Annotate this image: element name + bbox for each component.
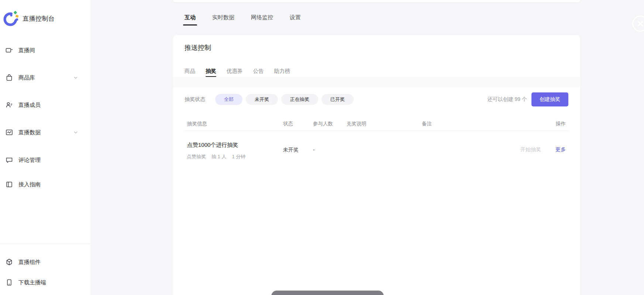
scrolled-card-edge: [173, 0, 580, 3]
close-icon: [637, 20, 644, 27]
app-title: 直播控制台: [23, 14, 55, 23]
tab-products[interactable]: 商品: [185, 66, 195, 76]
cube-icon: [5, 258, 13, 266]
phone-icon: [5, 278, 13, 286]
sidebar-item-label: 商品库: [18, 74, 35, 81]
guide-icon: [5, 180, 13, 189]
lottery-meta: 点赞抽奖 抽 1 人 1 分钟: [187, 153, 245, 160]
main-tabs: 互动 实时数据 网络监控 设置: [185, 14, 301, 26]
lottery-title: 点赞1000个进行抽奖: [187, 142, 238, 149]
filter-pill-not-drawn[interactable]: 未开奖: [246, 94, 278, 105]
sidebar-item-label: 下载主播端: [18, 279, 46, 286]
sidebar-item-label: 直播组件: [18, 259, 41, 266]
tab-coupons[interactable]: 优惠券: [227, 66, 243, 76]
tab-realtime-data[interactable]: 实时数据: [212, 14, 234, 26]
sidebar-item-live-room[interactable]: 直播间: [0, 43, 90, 58]
quota-remaining-text: 还可以创建 99 个: [488, 96, 527, 103]
sidebar-item-label: 接入指南: [18, 181, 41, 188]
chart-icon: [5, 128, 13, 136]
tab-interaction[interactable]: 互动: [185, 14, 196, 26]
filter-pill-drawing[interactable]: 正在抽奖: [281, 94, 318, 105]
sidebar-item-label: 直播间: [18, 47, 35, 54]
column-lottery-info: 抽奖信息: [187, 121, 207, 127]
comment-icon: [5, 156, 13, 164]
sidebar-item-label: 评论管理: [18, 157, 41, 164]
sidebar-item-access-guide[interactable]: 接入指南: [0, 177, 90, 192]
tab-announcement[interactable]: 公告: [253, 66, 264, 76]
start-lottery-action[interactable]: 开始抽奖: [520, 146, 541, 153]
filter-pill-drawn[interactable]: 已开奖: [321, 94, 354, 105]
tab-network-monitor[interactable]: 网络监控: [251, 14, 273, 26]
sidebar-item-label: 直播数据: [18, 129, 41, 136]
sidebar-item-download-broadcaster[interactable]: 下载主播端: [0, 275, 90, 290]
table-header: 抽奖信息 状态 参与人数 兑奖说明 备注 操作: [173, 121, 580, 128]
more-action[interactable]: 更多: [555, 146, 566, 153]
status-value: 未开奖: [283, 147, 299, 153]
column-status: 状态: [283, 121, 293, 127]
lottery-winner-count: 抽 1 人: [211, 153, 226, 160]
lottery-status-filter: 抽奖状态 全部 未开奖 正在抽奖 已开奖 还可以创建 99 个 创建抽奖: [185, 92, 568, 106]
tab-boost-ranking[interactable]: 助力榜: [274, 66, 290, 76]
subtab-band: [173, 77, 580, 87]
filter-label: 抽奖状态: [185, 96, 205, 103]
tab-lottery[interactable]: 抽奖: [206, 66, 216, 76]
table-header-divider: [185, 130, 569, 131]
chevron-down-icon[interactable]: [73, 75, 78, 80]
app-logo-icon: [3, 10, 19, 27]
app-logo: 直播控制台: [3, 10, 55, 27]
sidebar-item-live-components[interactable]: 直播组件: [0, 255, 90, 269]
lottery-type: 点赞抽奖: [187, 153, 206, 160]
sidebar-item-label: 直播成员: [18, 102, 41, 109]
column-note: 备注: [422, 121, 432, 127]
create-lottery-button[interactable]: 创建抽奖: [531, 92, 568, 106]
sidebar-item-comment-management[interactable]: 评论管理: [0, 153, 90, 167]
column-participants: 参与人数: [313, 121, 333, 127]
lottery-duration: 1 分钟: [232, 153, 245, 160]
sidebar-divider: [0, 244, 90, 244]
bottom-toast: [271, 291, 384, 295]
bag-icon: [5, 74, 13, 82]
column-redeem-info: 兑奖说明: [347, 121, 366, 127]
chevron-down-icon[interactable]: [73, 130, 78, 135]
camera-icon: [5, 46, 13, 54]
push-control-panel: 推送控制 商品 抽奖 优惠券 公告 助力榜 抽奖状态 全部 未开奖 正在抽奖 已…: [173, 35, 580, 295]
column-actions: 操作: [556, 121, 566, 127]
sidebar-item-product-library[interactable]: 商品库: [0, 70, 90, 85]
filter-pill-all[interactable]: 全部: [215, 94, 242, 105]
sidebar-item-live-members[interactable]: 直播成员: [0, 98, 90, 112]
sidebar-item-live-data[interactable]: 直播数据: [0, 125, 90, 140]
member-icon: [5, 101, 13, 109]
participants-value: -: [313, 147, 315, 153]
panel-title: 推送控制: [185, 43, 211, 52]
tab-settings[interactable]: 设置: [290, 14, 301, 26]
close-button[interactable]: [632, 16, 644, 32]
sidebar: 直播控制台 直播间 商品库 直播成员 直播数据: [0, 0, 90, 295]
push-type-tabs: 商品 抽奖 优惠券 公告 助力榜: [185, 66, 290, 76]
